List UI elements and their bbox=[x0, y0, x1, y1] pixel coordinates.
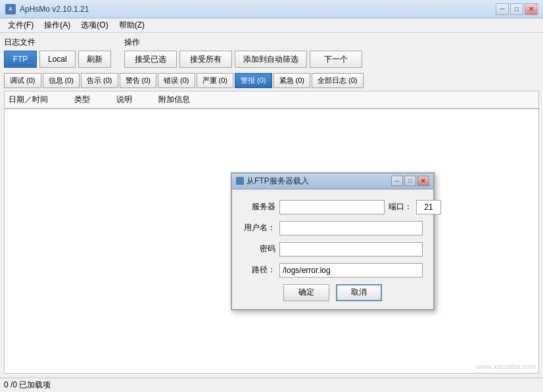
menu-options[interactable]: 选项(O) bbox=[76, 18, 113, 32]
tab-debug[interactable]: 调试 (0) bbox=[4, 73, 41, 88]
col-type: 类型 bbox=[74, 94, 90, 105]
close-button[interactable]: ✕ bbox=[525, 3, 538, 15]
header-section: 日志文件 FTP Local 刷新 操作 接受已选 接受所有 添加到自动筛选 下… bbox=[4, 37, 539, 68]
dialog-icon bbox=[236, 177, 244, 185]
window-controls: ─ □ ✕ bbox=[496, 3, 538, 15]
menu-file[interactable]: 文件(F) bbox=[3, 18, 39, 32]
watermark: www.xiazaiba.com bbox=[477, 362, 536, 370]
password-row: 密码 bbox=[243, 242, 423, 257]
log-content-area: 从FTP服务器载入 ─ □ ✕ 服务器 端口： bbox=[4, 109, 539, 374]
username-row: 用户名： bbox=[243, 221, 423, 235]
operations-label: 操作 bbox=[124, 37, 362, 48]
add-to-filter-button[interactable]: 添加到自动筛选 bbox=[235, 51, 307, 68]
main-area: 日志文件 FTP Local 刷新 操作 接受已选 接受所有 添加到自动筛选 下… bbox=[0, 33, 543, 378]
col-datetime: 日期／时间 bbox=[9, 94, 48, 105]
tab-emergency[interactable]: 紧急 (0) bbox=[273, 73, 311, 88]
tab-warning[interactable]: 警告 (0) bbox=[120, 73, 157, 88]
path-row: 路径： bbox=[243, 263, 423, 278]
accept-all-button[interactable]: 接受所有 bbox=[179, 51, 232, 68]
cancel-button[interactable]: 取消 bbox=[336, 284, 382, 301]
server-row: 服务器 端口： bbox=[243, 200, 423, 214]
dialog-close-button[interactable]: ✕ bbox=[417, 176, 429, 186]
minimize-button[interactable]: ─ bbox=[496, 3, 509, 15]
dialog-controls: ─ □ ✕ bbox=[391, 176, 429, 186]
operations-buttons: 接受已选 接受所有 添加到自动筛选 下一个 bbox=[124, 51, 362, 68]
table-header: 日期／时间 类型 说明 附加信息 bbox=[4, 91, 539, 109]
dialog-buttons: 确定 取消 bbox=[243, 284, 423, 301]
log-files-group: 日志文件 FTP Local 刷新 bbox=[4, 37, 111, 68]
menu-bar: 文件(F) 操作(A) 选项(O) 帮助(Z) bbox=[0, 18, 543, 33]
operations-group: 操作 接受已选 接受所有 添加到自动筛选 下一个 bbox=[124, 37, 362, 68]
tab-all-logs[interactable]: 全部日志 (0) bbox=[312, 73, 364, 88]
ftp-dialog: 从FTP服务器载入 ─ □ ✕ 服务器 端口： bbox=[231, 172, 435, 310]
menu-help[interactable]: 帮助(Z) bbox=[114, 18, 150, 32]
app-icon-text: A bbox=[9, 6, 12, 12]
col-description: 说明 bbox=[116, 94, 132, 105]
log-files-buttons: FTP Local 刷新 bbox=[4, 51, 111, 68]
tab-alert[interactable]: 警报 (0) bbox=[235, 73, 272, 88]
password-input[interactable] bbox=[279, 242, 423, 257]
maximize-button[interactable]: □ bbox=[510, 3, 523, 15]
window-title: ApHsMo v2.10.1.21 bbox=[20, 5, 89, 14]
password-label: 密码 bbox=[243, 243, 275, 255]
log-files-label: 日志文件 bbox=[4, 37, 111, 48]
title-bar: A ApHsMo v2.10.1.21 ─ □ ✕ bbox=[0, 0, 543, 18]
status-bar: 0 /0 已加载项 bbox=[0, 378, 543, 392]
next-button[interactable]: 下一个 bbox=[310, 51, 362, 68]
dialog-title-label: 从FTP服务器载入 bbox=[247, 176, 309, 187]
menu-operations[interactable]: 操作(A) bbox=[39, 18, 76, 32]
status-text: 0 /0 已加载项 bbox=[4, 380, 51, 391]
confirm-button[interactable]: 确定 bbox=[283, 284, 329, 301]
server-label: 服务器 bbox=[243, 201, 275, 212]
col-extra-info: 附加信息 bbox=[158, 94, 190, 105]
path-input[interactable] bbox=[279, 263, 423, 278]
local-button[interactable]: Local bbox=[39, 51, 76, 68]
refresh-button[interactable]: 刷新 bbox=[78, 51, 111, 68]
dialog-body: 服务器 端口： 用户名： 密码 路径： bbox=[232, 189, 433, 309]
port-input[interactable] bbox=[416, 200, 441, 214]
dialog-titlebar: 从FTP服务器载入 ─ □ ✕ bbox=[232, 174, 433, 189]
port-label: 端口： bbox=[389, 201, 412, 212]
dialog-maximize-button[interactable]: □ bbox=[404, 176, 416, 186]
username-input[interactable] bbox=[279, 221, 423, 235]
username-label: 用户名： bbox=[243, 222, 275, 233]
ftp-button[interactable]: FTP bbox=[4, 51, 37, 68]
path-label: 路径： bbox=[243, 264, 275, 276]
tab-notice[interactable]: 告示 (0) bbox=[81, 73, 118, 88]
dialog-title: 从FTP服务器载入 bbox=[236, 176, 309, 187]
accept-selected-button[interactable]: 接受已选 bbox=[124, 51, 177, 68]
tab-info[interactable]: 信息 (0) bbox=[43, 73, 80, 88]
app-icon: A bbox=[5, 4, 16, 14]
tab-critical[interactable]: 严重 (0) bbox=[197, 73, 234, 88]
server-input[interactable] bbox=[279, 200, 385, 214]
dialog-minimize-button[interactable]: ─ bbox=[391, 176, 403, 186]
tab-error[interactable]: 错误 (0) bbox=[158, 73, 195, 88]
tabs-row: 调试 (0) 信息 (0) 告示 (0) 警告 (0) 错误 (0) 严重 (0… bbox=[4, 73, 539, 88]
